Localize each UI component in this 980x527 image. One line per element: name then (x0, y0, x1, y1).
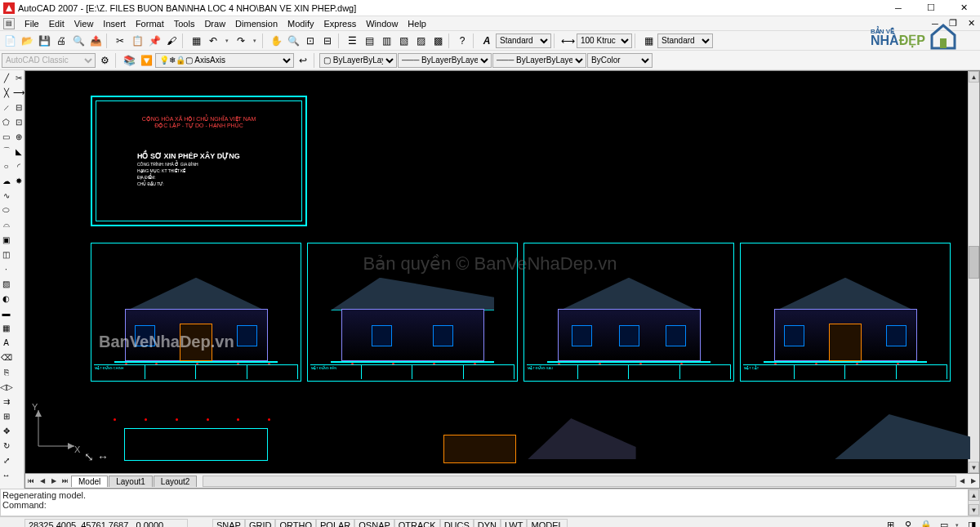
move-icon[interactable]: ✥ (0, 423, 12, 438)
color-select[interactable]: ▢ ByLayerByLayer (319, 53, 397, 68)
tab-last-icon[interactable]: ⏭ (60, 476, 71, 487)
horizontal-scrollbar[interactable] (203, 476, 956, 487)
text-style-select[interactable]: Standard (496, 33, 551, 48)
plot-icon[interactable]: 🖨 (53, 33, 69, 49)
pline-icon[interactable]: ⟋ (0, 100, 12, 114)
doc-restore-button[interactable]: ❐ (944, 17, 962, 30)
status-clean-icon[interactable]: ◨ (964, 518, 980, 528)
cmd-scroll-up-icon[interactable]: ▲ (969, 489, 979, 501)
command-vscroll[interactable]: ▲ ▼ (968, 489, 979, 516)
table-style-icon[interactable]: ▦ (640, 33, 657, 49)
a-style-icon[interactable]: A (479, 33, 495, 49)
spline-icon[interactable]: ∿ (0, 188, 12, 203)
status-annoscale-icon[interactable]: ⊞ (882, 518, 898, 528)
hscroll-right-icon[interactable]: ▶ (968, 476, 979, 487)
dim-style-icon[interactable]: ⟷ (559, 33, 576, 49)
menu-dimension[interactable]: Dimension (230, 19, 283, 29)
linetype-select[interactable]: ─── ByLayerByLayer (398, 53, 492, 68)
document-system-icon[interactable]: ▤ (3, 18, 15, 29)
layer-manager-icon[interactable]: 📚 (121, 52, 137, 69)
region-icon[interactable]: ▬ (0, 306, 12, 320)
open-icon[interactable]: 📂 (19, 33, 35, 49)
save-icon[interactable]: 💾 (36, 33, 52, 49)
mtext-icon[interactable]: A (0, 335, 12, 350)
publish-icon[interactable]: 📤 (87, 33, 104, 49)
workspace-select[interactable]: AutoCAD Classic (2, 53, 96, 68)
toggle-dyn[interactable]: DYN (474, 519, 501, 528)
polygon-icon[interactable]: ⬠ (0, 114, 12, 129)
help-icon[interactable]: ? (454, 33, 470, 49)
menu-insert[interactable]: Insert (98, 19, 131, 29)
tab-layout1[interactable]: Layout1 (109, 476, 153, 487)
undo-dropdown[interactable]: ▾ (222, 33, 232, 48)
point-icon[interactable]: · (0, 261, 12, 276)
toggle-polar[interactable]: POLAR (316, 519, 354, 528)
model-space-canvas[interactable]: ▲ ▼ CỘNG HÒA XÃ HỘI CHỦ NGHĨA VIỆT NAM Đ… (24, 70, 980, 489)
minimize-button[interactable]: ─ (882, 0, 915, 16)
block-editor-icon[interactable]: ▦ (188, 33, 204, 49)
line-icon[interactable]: ╱ (0, 70, 12, 85)
toggle-lwt[interactable]: LWT (501, 519, 527, 528)
design-center-icon[interactable]: ▤ (361, 33, 377, 49)
menu-tools[interactable]: Tools (169, 19, 200, 29)
status-annovis-icon[interactable]: ⚲ (900, 518, 916, 528)
menu-edit[interactable]: Edit (44, 19, 69, 29)
stretch-icon[interactable]: ↔ (0, 467, 12, 482)
revcloud-icon[interactable]: ☁ (0, 173, 12, 188)
erase-icon[interactable]: ⌫ (0, 350, 12, 364)
table-icon[interactable]: ▦ (0, 320, 12, 335)
scroll-up-icon[interactable]: ▲ (969, 71, 979, 83)
status-lock-icon[interactable]: 🔒 (918, 518, 934, 528)
menu-draw[interactable]: Draw (199, 19, 230, 29)
tab-next-icon[interactable]: ▶ (48, 476, 60, 487)
copy-icon[interactable]: 📋 (129, 33, 145, 49)
redo-dropdown[interactable]: ▾ (250, 33, 260, 48)
status-coordinates[interactable]: 28325.4005, 45761.7687 , 0.0000 (24, 519, 188, 528)
mirror-icon[interactable]: ◁▷ (0, 379, 12, 394)
redo-icon[interactable]: ↷ (233, 33, 249, 49)
copy-obj-icon[interactable]: ⎘ (0, 364, 12, 379)
array-icon[interactable]: ⊞ (0, 409, 12, 423)
toggle-otrack[interactable]: OTRACK (394, 519, 440, 528)
status-tray-dropdown[interactable]: ▾ (952, 518, 962, 528)
status-hardware-icon[interactable]: ▭ (936, 518, 952, 528)
menu-format[interactable]: Format (131, 19, 169, 29)
workspace-settings-icon[interactable]: ⚙ (96, 52, 113, 69)
dim-style-select[interactable]: 100 Ktruc (577, 33, 632, 48)
menu-window[interactable]: Window (361, 19, 403, 29)
scroll-thumb[interactable] (969, 246, 979, 279)
tool-palette-icon[interactable]: ▥ (378, 33, 394, 49)
menu-file[interactable]: File (20, 19, 44, 29)
break-icon[interactable]: ⊡ (12, 114, 24, 129)
maximize-button[interactable]: ☐ (915, 0, 947, 16)
circle-icon[interactable]: ○ (0, 159, 12, 173)
tab-layout2[interactable]: Layout2 (154, 476, 198, 487)
layer-select[interactable]: 💡❄🔒▢ AxisAxis (155, 53, 294, 68)
lineweight-select[interactable]: ─── ByLayerByLayer (492, 53, 586, 68)
doc-minimize-button[interactable]: ─ (926, 17, 944, 30)
ellipse-arc-icon[interactable]: ⌓ (0, 217, 12, 232)
toggle-ducs[interactable]: DUCS (440, 519, 474, 528)
gradient-icon[interactable]: ◐ (0, 291, 12, 306)
close-button[interactable]: ✕ (947, 0, 980, 16)
rotate-icon[interactable]: ↻ (0, 438, 12, 453)
break-pt-icon[interactable]: ⊟ (12, 100, 24, 114)
new-icon[interactable]: 📄 (2, 33, 18, 49)
join-icon[interactable]: ⊕ (12, 129, 24, 144)
cut-icon[interactable]: ✂ (112, 33, 128, 49)
make-block-icon[interactable]: ◫ (0, 247, 12, 261)
hscroll-left-icon[interactable]: ◀ (956, 476, 968, 487)
scale-icon[interactable]: ⤢ (0, 453, 12, 467)
paste-icon[interactable]: 📌 (146, 33, 163, 49)
preview-icon[interactable]: 🔍 (70, 33, 87, 49)
hatch-icon[interactable]: ▨ (0, 276, 12, 291)
menu-modify[interactable]: Modify (283, 19, 318, 29)
toggle-ortho[interactable]: ORTHO (275, 519, 316, 528)
zoom-rt-icon[interactable]: 🔍 (285, 33, 301, 49)
toggle-snap[interactable]: SNAP (212, 519, 245, 528)
rectangle-icon[interactable]: ▭ (0, 129, 12, 144)
toggle-model[interactable]: MODEL (527, 519, 567, 528)
menu-express[interactable]: Express (318, 19, 361, 29)
command-prompt[interactable]: Command: (2, 500, 978, 510)
chamfer-icon[interactable]: ◣ (12, 144, 24, 159)
